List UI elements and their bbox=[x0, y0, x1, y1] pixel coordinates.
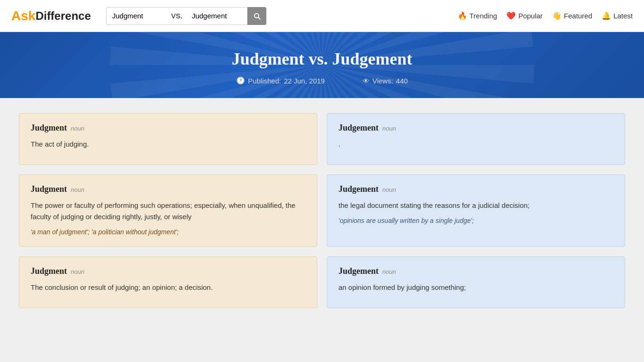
trending-icon: 🔥 bbox=[458, 11, 467, 20]
nav-latest[interactable]: 🔔 Latest bbox=[602, 11, 633, 20]
card-pos: noun bbox=[71, 268, 84, 275]
card-definition: The power or faculty of performing such … bbox=[31, 200, 305, 222]
card-word: Judgment bbox=[31, 266, 67, 276]
search-input-2[interactable] bbox=[186, 7, 248, 25]
card-pos: noun bbox=[382, 268, 396, 275]
definition-card-right-0: Judgementnoun. bbox=[327, 113, 625, 165]
card-example: 'opinions are usually written by a singl… bbox=[339, 216, 613, 226]
logo-diff: Difference bbox=[35, 9, 91, 23]
definition-card-left-0: JudgmentnounThe act of judging. bbox=[19, 113, 317, 165]
views-label: Views: bbox=[372, 77, 393, 85]
search-button[interactable] bbox=[248, 7, 266, 25]
header: AskDifference VS. 🔥 Trending ❤️ Popular … bbox=[0, 0, 644, 32]
nav-trending[interactable]: 🔥 Trending bbox=[458, 11, 497, 20]
card-word: Judgement bbox=[339, 184, 379, 194]
definition-card-left-2: JudgmentnounThe conclusion or result of … bbox=[19, 256, 317, 308]
card-word: Judgment bbox=[31, 123, 67, 132]
nav-trending-label: Trending bbox=[470, 12, 497, 20]
card-definition: The act of judging. bbox=[31, 139, 305, 150]
hero-title: Judgment vs. Judgement bbox=[11, 49, 633, 69]
nav-popular[interactable]: ❤️ Popular bbox=[506, 11, 543, 20]
featured-icon: 👋 bbox=[552, 11, 561, 20]
hero-banner: Judgment vs. Judgement 🕐 Published: 22 J… bbox=[0, 32, 644, 98]
logo-ask: Ask bbox=[11, 8, 35, 24]
views-meta: 👁 Views: 440 bbox=[363, 76, 408, 85]
card-example: 'a man of judgment'; 'a politician witho… bbox=[31, 227, 305, 237]
definition-card-left-1: JudgmentnounThe power or faculty of perf… bbox=[19, 174, 317, 247]
published-date: 22 Jun, 2019 bbox=[284, 77, 325, 85]
card-definition: . bbox=[339, 139, 613, 150]
main-content: JudgmentnounThe act of judging.Judgement… bbox=[0, 98, 644, 323]
logo[interactable]: AskDifference bbox=[11, 8, 91, 24]
search-area: VS. bbox=[106, 7, 266, 25]
latest-icon: 🔔 bbox=[602, 11, 611, 20]
hero-meta: 🕐 Published: 22 Jun, 2019 👁 Views: 440 bbox=[11, 76, 633, 85]
card-word: Judgement bbox=[339, 266, 379, 276]
card-definition: the legal document stating the reasons f… bbox=[339, 200, 613, 211]
card-header: Judgmentnoun bbox=[31, 184, 305, 194]
card-definition: The conclusion or result of judging; an … bbox=[31, 282, 305, 293]
published-meta: 🕐 Published: 22 Jun, 2019 bbox=[236, 76, 325, 85]
nav-popular-label: Popular bbox=[518, 12, 543, 20]
nav-featured[interactable]: 👋 Featured bbox=[552, 11, 592, 20]
published-label: Published: bbox=[248, 77, 281, 85]
nav-featured-label: Featured bbox=[564, 12, 592, 20]
definition-card-right-2: Judgementnounan opinion formed by judgin… bbox=[327, 256, 625, 308]
card-pos: noun bbox=[382, 125, 396, 132]
search-input-1[interactable] bbox=[106, 7, 167, 25]
card-pos: noun bbox=[71, 125, 84, 132]
card-header: Judgmentnoun bbox=[31, 266, 305, 276]
card-word: Judgement bbox=[339, 123, 379, 132]
definition-card-right-1: Judgementnounthe legal document stating … bbox=[327, 174, 625, 247]
card-header: Judgementnoun bbox=[339, 123, 613, 133]
card-pos: noun bbox=[71, 186, 84, 193]
eye-icon: 👁 bbox=[363, 77, 370, 85]
card-header: Judgementnoun bbox=[339, 184, 613, 194]
card-pos: noun bbox=[382, 186, 396, 193]
nav-links: 🔥 Trending ❤️ Popular 👋 Featured 🔔 Lates… bbox=[458, 11, 633, 20]
popular-icon: ❤️ bbox=[506, 11, 516, 20]
clock-icon: 🕐 bbox=[236, 76, 245, 85]
card-word: Judgment bbox=[31, 184, 67, 194]
card-header: Judgmentnoun bbox=[31, 123, 305, 133]
views-count: 440 bbox=[396, 77, 408, 85]
search-icon bbox=[253, 12, 261, 20]
card-definition: an opinion formed by judging something; bbox=[339, 282, 613, 293]
nav-latest-label: Latest bbox=[613, 12, 633, 20]
card-header: Judgementnoun bbox=[339, 266, 613, 276]
vs-label: VS. bbox=[167, 7, 186, 25]
